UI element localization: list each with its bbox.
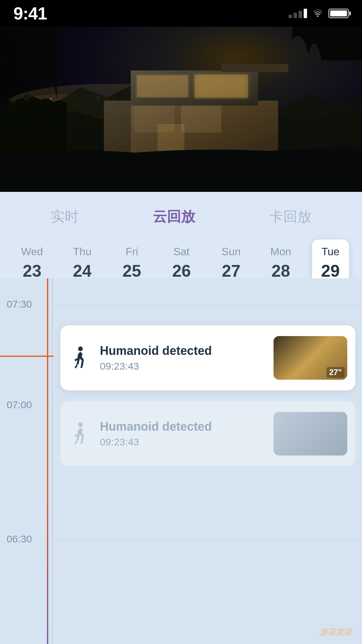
- cal-day-name: Thu: [73, 246, 92, 258]
- cal-day-number: 23: [23, 261, 42, 281]
- cal-day-number: 26: [172, 261, 191, 281]
- event-title-inactive: Humanoid detected: [100, 420, 265, 434]
- events-area: Humanoid detected 09:23:43 27" Humanoid …: [54, 278, 362, 644]
- cal-day-name: Fri: [126, 246, 138, 258]
- svg-rect-6: [50, 98, 52, 100]
- svg-point-51: [78, 346, 83, 351]
- cal-day-number: 29: [321, 261, 340, 281]
- cal-day-number: 28: [272, 261, 290, 281]
- cal-day-name: Tue: [321, 246, 340, 258]
- event-thumbnail-active[interactable]: 27": [274, 336, 347, 380]
- event-card-inactive[interactable]: Humanoid detected 09:23:43: [60, 401, 355, 466]
- duration-badge: 27": [326, 367, 345, 378]
- status-time: 9:41: [13, 3, 47, 23]
- cal-day-name: Sat: [173, 246, 189, 258]
- tab-cloud[interactable]: 云回放: [146, 204, 202, 229]
- grid-line: [54, 305, 362, 306]
- event-title-active: Humanoid detected: [100, 344, 265, 358]
- grid-line: [54, 540, 362, 540]
- cal-day-name: Sun: [222, 246, 241, 258]
- svg-rect-31: [181, 106, 221, 132]
- timeline-section: 07:3007:0006:30 Humanoid detected 09:23:…: [0, 278, 362, 644]
- playhead-vertical: [47, 278, 48, 644]
- cal-day-number: 24: [73, 261, 92, 281]
- cal-day-name: Wed: [21, 246, 43, 258]
- svg-rect-26: [221, 64, 288, 72]
- walk-icon-inactive: [68, 422, 92, 445]
- status-bar: 9:41: [0, 0, 362, 27]
- time-label-0630: 06:30: [7, 533, 32, 545]
- svg-rect-28: [137, 75, 188, 97]
- time-label-0700: 07:00: [7, 399, 32, 411]
- battery-icon: [328, 9, 349, 18]
- playhead-horizontal: [0, 356, 54, 357]
- time-labels: 07:3007:0006:30: [0, 278, 54, 644]
- svg-point-52: [78, 422, 83, 427]
- tab-realtime[interactable]: 实时: [44, 204, 85, 229]
- event-time-inactive: 09:23:43: [100, 436, 265, 448]
- time-label-0730: 07:30: [7, 299, 32, 310]
- event-info-active: Humanoid detected 09:23:43: [100, 344, 265, 372]
- event-thumbnail-inactive[interactable]: [274, 412, 347, 455]
- cal-day-number: 27: [222, 261, 241, 281]
- tab-card[interactable]: 卡回放: [262, 204, 318, 229]
- hero-image: [0, 0, 362, 195]
- tabs-container: 实时 云回放 卡回放: [0, 204, 362, 229]
- event-info-inactive: Humanoid detected 09:23:43: [100, 420, 265, 448]
- event-time-active: 09:23:43: [100, 361, 265, 372]
- status-icons: [289, 8, 349, 19]
- svg-rect-29: [194, 74, 248, 98]
- event-card-active[interactable]: Humanoid detected 09:23:43 27": [60, 325, 355, 390]
- cal-day-number: 25: [123, 261, 141, 281]
- svg-rect-7: [57, 99, 58, 100]
- signal-icon: [289, 9, 307, 18]
- bottom-branding: 游花党读: [320, 627, 352, 637]
- walk-icon-active: [68, 346, 92, 370]
- timeline-line: [52, 278, 53, 644]
- cal-day-name: Mon: [270, 246, 291, 258]
- wifi-icon: [312, 8, 324, 19]
